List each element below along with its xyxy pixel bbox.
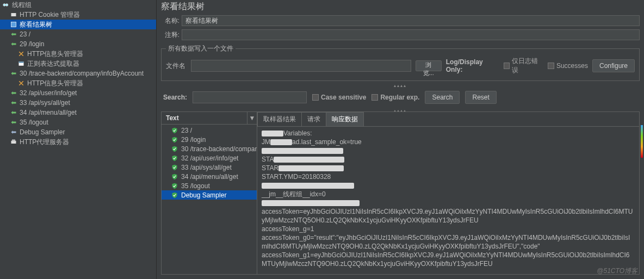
watermark: @51CTO博客 <box>597 266 637 276</box>
tree-item[interactable]: 线程组 <box>0 0 156 10</box>
tree-item[interactable]: 33 /api/sys/all/get <box>0 98 156 108</box>
tree-item-label: 23 / <box>20 30 30 38</box>
panel-title: 察看结果树 <box>157 0 644 14</box>
sampler-icon <box>10 109 17 116</box>
tree-item[interactable]: HTTP信息头管理器 <box>0 49 156 59</box>
search-button[interactable]: Search <box>425 91 460 104</box>
tree-item[interactable]: 32 /api/user/info/get <box>0 88 156 98</box>
success-shield-icon <box>171 183 178 189</box>
svg-point-1 <box>5 4 8 7</box>
sampler-icon <box>10 99 17 107</box>
tree-item-label: 察看结果树 <box>20 20 52 29</box>
tree-item[interactable]: HTTP信息头管理器 <box>0 78 156 88</box>
svg-rect-7 <box>12 140 15 141</box>
fieldset-legend: 所有数据写入一个文件 <box>166 44 236 53</box>
success-shield-icon <box>171 137 178 143</box>
result-item-label: 29 /login <box>181 136 206 144</box>
search-label: Search: <box>163 94 187 101</box>
result-item[interactable]: Debug Sampler <box>162 190 257 200</box>
result-item[interactable]: 23 / <box>162 126 257 135</box>
result-item-label: 23 / <box>181 127 192 134</box>
header-mgr-icon <box>17 79 25 87</box>
browse-button[interactable]: 浏览... <box>416 60 442 71</box>
tree-item-label: 33 /api/sys/all/get <box>20 99 70 107</box>
results-left-pane: Text ▼ 23 /29 /login30 /trace-backend/co… <box>162 112 257 274</box>
result-item[interactable]: 32 /api/user/info/get <box>162 153 257 163</box>
name-input[interactable] <box>182 15 640 26</box>
tree-item[interactable]: 35 /logout <box>0 117 156 127</box>
success-shield-icon <box>171 155 178 162</box>
result-item-label: 34 /api/menu/all/get <box>181 173 238 181</box>
successes-checkbox[interactable]: Successes <box>548 62 588 70</box>
result-item-label: 30 /trace-backend/company/i <box>181 145 257 153</box>
tree-item[interactable]: HTTP Cookie 管理器 <box>0 10 156 20</box>
svg-rect-6 <box>11 141 16 144</box>
test-plan-tree: 线程组HTTP Cookie 管理器察看结果树23 /29 /loginHTTP… <box>0 0 157 279</box>
sampler-icon <box>10 119 17 126</box>
success-shield-icon <box>171 192 178 199</box>
result-item[interactable]: 33 /api/sys/all/get <box>162 163 257 172</box>
result-item[interactable]: 29 /login <box>162 135 257 144</box>
reset-button[interactable]: Reset <box>465 91 496 104</box>
sampler-icon <box>10 89 17 97</box>
sampler-icon <box>10 40 17 48</box>
tree-item-label: 正则表达式提取器 <box>27 59 79 69</box>
result-item[interactable]: 30 /trace-backend/company/i <box>162 144 257 153</box>
configure-button[interactable]: Configure <box>592 59 635 72</box>
regex-checkbox[interactable]: Regular exp. <box>371 94 419 101</box>
tree-item[interactable]: 23 / <box>0 29 156 39</box>
renderer-combo[interactable]: Text ▼ <box>162 112 257 125</box>
results-area: Text ▼ 23 /29 /login30 /trace-backend/co… <box>161 111 640 275</box>
tree-item-label: 29 /login <box>20 40 44 48</box>
result-item-label: 35 /logout <box>181 182 210 190</box>
search-input[interactable] <box>193 91 307 103</box>
success-shield-icon <box>171 127 178 134</box>
result-tabs: 取样器结果 请求 响应数据 <box>257 112 639 127</box>
success-shield-icon <box>171 164 178 171</box>
tree-item[interactable]: 正则表达式提取器 <box>0 59 156 69</box>
tree-item[interactable]: 察看结果树 <box>0 20 156 29</box>
tree-item[interactable]: Debug Sampler <box>0 127 156 137</box>
svg-point-0 <box>3 4 6 7</box>
comment-label: 注释: <box>161 30 179 40</box>
svg-rect-2 <box>11 13 16 16</box>
errors-only-checkbox[interactable]: 仅日志错误 <box>504 57 543 75</box>
comment-input[interactable] <box>182 29 640 40</box>
search-bar: Search: Case sensitive Regular exp. Sear… <box>157 86 644 108</box>
result-item[interactable]: 35 /logout <box>162 181 257 190</box>
results-tree-icon <box>10 21 17 28</box>
result-item-label: 32 /api/user/info/get <box>181 154 238 162</box>
tree-item[interactable]: HTTP代理服务器 <box>0 137 156 147</box>
result-item[interactable]: 34 /api/menu/all/get <box>162 172 257 181</box>
tree-item-label: 35 /logout <box>20 119 48 126</box>
file-input[interactable] <box>191 60 411 72</box>
tree-item-label: HTTP信息头管理器 <box>27 79 83 88</box>
svg-rect-3 <box>11 22 16 27</box>
color-strip <box>641 125 643 158</box>
sampler-icon <box>10 30 17 38</box>
tab-request[interactable]: 请求 <box>301 112 326 126</box>
file-label: 文件名 <box>166 61 187 71</box>
success-shield-icon <box>171 146 178 152</box>
output-file-fieldset: 所有数据写入一个文件 文件名 浏览... Log/Display Only: 仅… <box>161 44 640 81</box>
case-sensitive-checkbox[interactable]: Case sensitive <box>312 94 366 101</box>
result-item-label: Debug Sampler <box>181 191 226 199</box>
logdisplay-label: Log/Display Only: <box>446 58 499 73</box>
chevron-down-icon: ▼ <box>247 112 257 124</box>
tree-item-label: Debug Sampler <box>20 128 65 136</box>
tree-item-label: 30 /trace-backend/company/infoByAccount <box>20 70 144 77</box>
tree-item-label: 32 /api/user/info/get <box>20 89 77 97</box>
main-panel: 察看结果树 名称: 注释: 所有数据写入一个文件 文件名 浏览... Log/D… <box>157 0 644 279</box>
sampler-icon <box>10 70 17 77</box>
tree-item[interactable]: 34 /api/menu/all/get <box>0 108 156 117</box>
tree-item-label: HTTP信息头管理器 <box>27 49 83 59</box>
tree-item[interactable]: 30 /trace-backend/company/infoByAccount <box>0 69 156 78</box>
cookie-icon <box>10 11 17 18</box>
tree-item-label: 线程组 <box>12 1 32 10</box>
tab-response-data[interactable]: 响应数据 <box>326 112 364 126</box>
tab-sampler-result[interactable]: 取样器结果 <box>257 112 302 126</box>
tree-item[interactable]: 29 /login <box>0 39 156 49</box>
success-shield-icon <box>171 173 178 180</box>
result-item-label: 33 /api/sys/all/get <box>181 164 232 171</box>
response-body[interactable]: Variables: JMad.last_sample_ok=true STA … <box>257 127 639 274</box>
